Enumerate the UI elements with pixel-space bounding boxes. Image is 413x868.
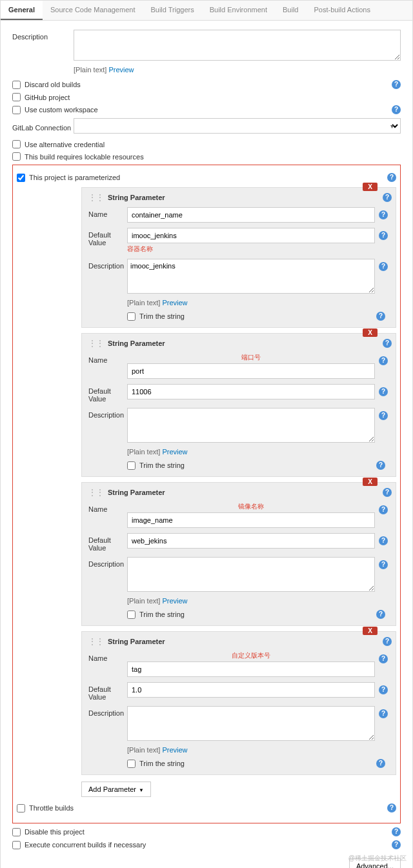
delete-parameter-button[interactable]: X bbox=[363, 627, 378, 635]
add-parameter-button[interactable]: Add Parameter▼ bbox=[81, 782, 151, 797]
throttle-builds-label: Throttle builds bbox=[29, 804, 74, 812]
name-label: Name bbox=[88, 207, 127, 218]
delete-parameter-button[interactable]: X bbox=[363, 478, 378, 486]
tab-postbuild[interactable]: Post-build Actions bbox=[306, 1, 378, 20]
help-icon[interactable]: ? bbox=[379, 685, 388, 694]
help-icon[interactable]: ? bbox=[376, 461, 385, 470]
custom-workspace-checkbox[interactable] bbox=[12, 106, 21, 114]
watermark: @稀土掘金技术社区 bbox=[348, 854, 407, 863]
help-icon[interactable]: ? bbox=[383, 193, 392, 202]
help-icon[interactable]: ? bbox=[392, 105, 401, 114]
parameterized-label: This project is parameterized bbox=[29, 174, 120, 181]
help-icon[interactable]: ? bbox=[379, 210, 388, 219]
help-icon[interactable]: ? bbox=[376, 759, 385, 768]
help-icon[interactable]: ? bbox=[383, 488, 392, 497]
discard-builds-checkbox[interactable] bbox=[12, 81, 21, 89]
help-icon[interactable]: ? bbox=[379, 654, 388, 663]
plain-text-label: [Plain text] bbox=[127, 448, 160, 456]
parameter-type-title: String Parameter bbox=[108, 489, 165, 496]
help-icon[interactable]: ? bbox=[392, 840, 401, 849]
github-project-label: GitHub project bbox=[25, 94, 70, 101]
help-icon[interactable]: ? bbox=[383, 339, 392, 348]
string-parameter-block: X ⋮⋮ String Parameter ? Name 端口号 ? Defau… bbox=[81, 333, 396, 477]
drag-handle-icon[interactable]: ⋮⋮ bbox=[88, 488, 104, 497]
default-value-label: Default Value bbox=[88, 384, 127, 403]
drag-handle-icon[interactable]: ⋮⋮ bbox=[88, 637, 104, 646]
trim-string-label: Trim the string bbox=[139, 312, 185, 320]
gitlab-connection-select[interactable] bbox=[74, 118, 401, 134]
concurrent-builds-checkbox[interactable] bbox=[12, 841, 21, 849]
preview-link[interactable]: Preview bbox=[162, 746, 187, 754]
preview-link[interactable]: Preview bbox=[108, 66, 134, 74]
lockable-resources-checkbox[interactable] bbox=[12, 152, 21, 161]
help-icon[interactable]: ? bbox=[376, 312, 385, 321]
annotation: 端口号 bbox=[127, 353, 375, 362]
alt-credential-label: Use alternative credential bbox=[25, 141, 105, 148]
help-icon[interactable]: ? bbox=[387, 803, 396, 812]
default-value-label: Default Value bbox=[88, 228, 127, 247]
preview-link[interactable]: Preview bbox=[162, 597, 187, 605]
help-icon[interactable]: ? bbox=[392, 80, 401, 89]
preview-link[interactable]: Preview bbox=[162, 299, 187, 307]
help-icon[interactable]: ? bbox=[387, 173, 396, 182]
help-icon[interactable]: ? bbox=[379, 356, 388, 365]
param-name-input[interactable] bbox=[127, 363, 375, 379]
help-icon[interactable]: ? bbox=[379, 262, 388, 271]
parameter-type-title: String Parameter bbox=[108, 339, 165, 347]
drag-handle-icon[interactable]: ⋮⋮ bbox=[88, 339, 104, 348]
tab-triggers[interactable]: Build Triggers bbox=[143, 1, 201, 20]
param-description-textarea[interactable] bbox=[127, 557, 375, 592]
annotation: 容器名称 bbox=[127, 245, 375, 254]
param-default-input[interactable] bbox=[127, 228, 375, 243]
caret-down-icon: ▼ bbox=[139, 787, 144, 793]
parameterized-checkbox[interactable] bbox=[17, 174, 25, 182]
trim-string-label: Trim the string bbox=[139, 760, 185, 767]
disable-project-label: Disable this project bbox=[25, 828, 85, 836]
plain-text-label: [Plain text] bbox=[127, 299, 160, 307]
param-description-textarea[interactable] bbox=[127, 706, 375, 741]
help-icon[interactable]: ? bbox=[379, 231, 388, 240]
param-default-input[interactable] bbox=[127, 384, 375, 399]
help-icon[interactable]: ? bbox=[379, 411, 388, 420]
help-icon[interactable]: ? bbox=[392, 827, 401, 836]
param-name-input[interactable] bbox=[127, 661, 375, 677]
preview-link[interactable]: Preview bbox=[162, 448, 187, 456]
plain-text-label: [Plain text] bbox=[74, 66, 106, 74]
param-description-textarea[interactable] bbox=[127, 408, 375, 443]
param-name-input[interactable] bbox=[127, 207, 375, 223]
help-icon[interactable]: ? bbox=[383, 637, 392, 646]
drag-handle-icon[interactable]: ⋮⋮ bbox=[88, 193, 104, 202]
trim-string-checkbox[interactable] bbox=[127, 760, 136, 768]
param-description-label: Description bbox=[88, 557, 127, 568]
param-default-input[interactable] bbox=[127, 682, 375, 698]
delete-parameter-button[interactable]: X bbox=[363, 183, 378, 191]
tab-environment[interactable]: Build Environment bbox=[202, 1, 275, 20]
parameterized-highlight: This project is parameterized ? X ⋮⋮ Str… bbox=[12, 165, 401, 823]
param-description-label: Description bbox=[88, 408, 127, 419]
annotation: 自定义版本号 bbox=[127, 651, 375, 660]
param-description-textarea[interactable]: imooc_jenkins bbox=[127, 259, 375, 294]
disable-project-checkbox[interactable] bbox=[12, 828, 21, 836]
annotation: 镜像名称 bbox=[127, 502, 375, 511]
alt-credential-checkbox[interactable] bbox=[12, 140, 21, 148]
trim-string-checkbox[interactable] bbox=[127, 611, 136, 619]
help-icon[interactable]: ? bbox=[379, 536, 388, 545]
tab-build[interactable]: Build bbox=[275, 1, 306, 20]
help-icon[interactable]: ? bbox=[379, 560, 388, 569]
name-label: Name bbox=[88, 353, 127, 364]
trim-string-checkbox[interactable] bbox=[127, 461, 136, 470]
help-icon[interactable]: ? bbox=[379, 505, 388, 514]
name-label: Name bbox=[88, 502, 127, 513]
tab-general[interactable]: General bbox=[1, 1, 43, 20]
github-project-checkbox[interactable] bbox=[12, 93, 21, 101]
help-icon[interactable]: ? bbox=[379, 387, 388, 396]
trim-string-checkbox[interactable] bbox=[127, 312, 136, 321]
throttle-builds-checkbox[interactable] bbox=[17, 804, 25, 812]
param-default-input[interactable] bbox=[127, 533, 375, 549]
delete-parameter-button[interactable]: X bbox=[363, 328, 378, 337]
param-name-input[interactable] bbox=[127, 512, 375, 528]
help-icon[interactable]: ? bbox=[379, 709, 388, 718]
help-icon[interactable]: ? bbox=[376, 610, 385, 619]
description-textarea[interactable] bbox=[74, 30, 401, 61]
tab-scm[interactable]: Source Code Management bbox=[43, 1, 143, 20]
